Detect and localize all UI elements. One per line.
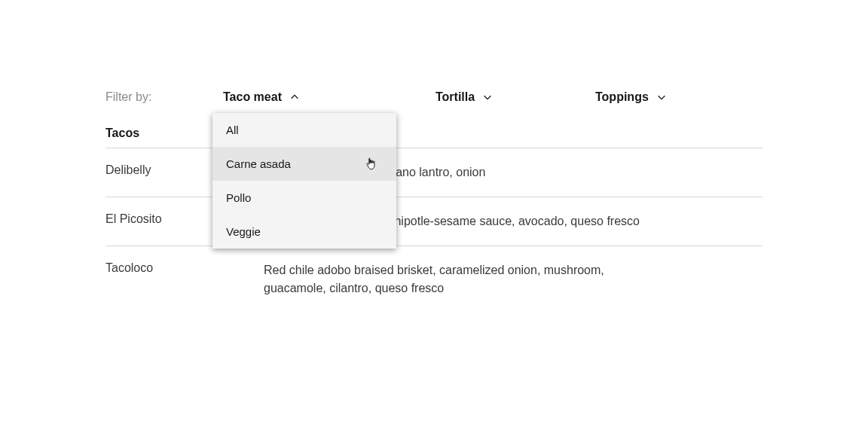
dropdown-option-label: Carne asada: [226, 157, 291, 170]
filter-toppings-label: Toppings: [595, 90, 649, 104]
chevron-up-icon: [289, 92, 300, 102]
filter-row: Filter by: Taco meat Tortilla Toppings: [105, 90, 763, 104]
table-row: Delibelly low. Honey tomatillo-serrano l…: [105, 148, 763, 197]
dropdown-taco-meat: All Carne asada Pollo Veggie: [212, 113, 396, 249]
table-header: Tacos: [105, 127, 763, 148]
row-name: Tacoloco: [105, 261, 264, 297]
row-description: Red chile adobo braised brisket, caramel…: [264, 261, 640, 297]
table-row: Tacoloco Red chile adobo braised brisket…: [105, 246, 763, 313]
chevron-down-icon: [656, 92, 667, 102]
table-row: El Picosito Grilled beef tenderloin, chi…: [105, 197, 763, 246]
dropdown-option-all[interactable]: All: [212, 113, 396, 147]
torn-edge-decoration: [0, 407, 868, 427]
filter-taco-meat[interactable]: Taco meat: [223, 90, 436, 104]
pointer-cursor-icon: [365, 156, 380, 172]
chevron-down-icon: [482, 92, 493, 102]
filter-taco-meat-label: Taco meat: [223, 90, 282, 104]
filter-tortilla[interactable]: Tortilla: [436, 90, 595, 104]
filter-by-label: Filter by:: [105, 90, 223, 104]
dropdown-option-veggie[interactable]: Veggie: [212, 215, 396, 249]
dropdown-option-pollo[interactable]: Pollo: [212, 181, 396, 215]
filter-toppings[interactable]: Toppings: [595, 90, 667, 104]
dropdown-option-carne-asada[interactable]: Carne asada: [212, 147, 396, 181]
filter-tortilla-label: Tortilla: [436, 90, 475, 104]
